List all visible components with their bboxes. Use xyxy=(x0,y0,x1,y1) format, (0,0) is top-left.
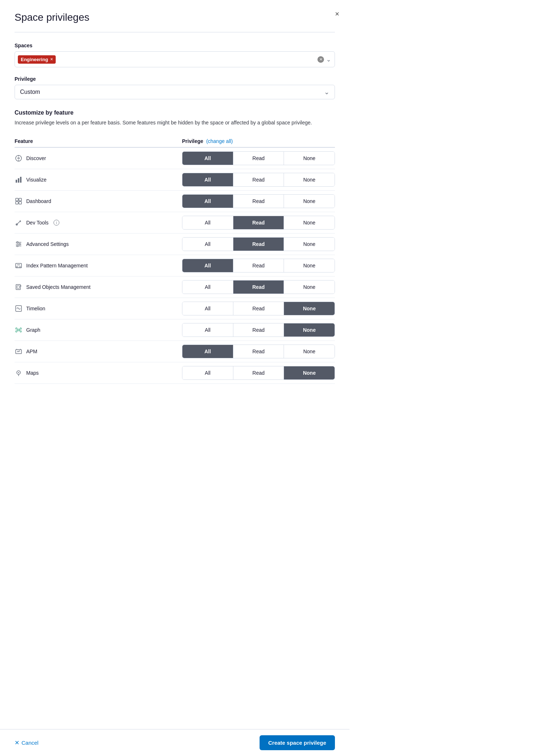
privilege-button-group: All Read None xyxy=(182,194,335,208)
change-all-link[interactable]: (change all) xyxy=(206,138,233,144)
privilege-select[interactable]: Custom ⌄ xyxy=(15,85,335,99)
privilege-button-group: All Read None xyxy=(182,323,335,337)
read-button[interactable]: Read xyxy=(233,216,284,229)
all-button[interactable]: All xyxy=(182,345,233,358)
graph-icon xyxy=(15,326,23,334)
feature-name: Timelion xyxy=(15,305,182,313)
none-button[interactable]: None xyxy=(284,302,335,315)
none-button[interactable]: None xyxy=(284,216,335,229)
feature-name: Maps xyxy=(15,369,182,377)
none-button[interactable]: None xyxy=(284,259,335,272)
svg-line-30 xyxy=(17,329,18,330)
svg-rect-7 xyxy=(16,198,18,201)
svg-rect-9 xyxy=(16,202,18,204)
read-button[interactable]: Read xyxy=(233,280,284,294)
none-button[interactable]: None xyxy=(284,152,335,165)
read-button[interactable]: Read xyxy=(233,259,284,272)
svg-point-38 xyxy=(18,372,19,373)
svg-line-31 xyxy=(20,329,20,330)
feature-label: Discover xyxy=(26,155,46,161)
privilege-button-group: All Read None xyxy=(182,302,335,315)
feature-name: Visualize xyxy=(15,176,182,184)
read-button[interactable]: Read xyxy=(233,323,284,337)
all-button[interactable]: All xyxy=(182,302,233,315)
feature-label: Index Pattern Management xyxy=(26,263,88,268)
feature-label: Advanced Settings xyxy=(26,241,69,247)
table-row: Graph All Read None xyxy=(15,319,335,341)
read-button[interactable]: Read xyxy=(233,238,284,251)
table-row: Dashboard All Read None xyxy=(15,191,335,212)
all-button[interactable]: All xyxy=(182,152,233,165)
apm-icon xyxy=(15,347,23,355)
table-row: Index Pattern Management All Read None xyxy=(15,255,335,276)
feature-name: Dashboard xyxy=(15,197,182,205)
none-button[interactable]: None xyxy=(284,280,335,294)
table-row: Discover All Read None xyxy=(15,148,335,169)
feature-name: Discover xyxy=(15,154,182,162)
read-button[interactable]: Read xyxy=(233,366,284,379)
svg-rect-10 xyxy=(19,202,21,204)
svg-point-26 xyxy=(16,328,17,329)
privilege-button-group: All Read None xyxy=(182,173,335,187)
clear-icon[interactable]: ✕ xyxy=(317,56,324,63)
table-header: Feature Privilege (change all) xyxy=(15,135,335,148)
chevron-down-icon[interactable]: ⌄ xyxy=(326,56,331,63)
privilege-button-group: All Read None xyxy=(182,345,335,358)
tools-icon xyxy=(15,219,23,227)
maps-icon xyxy=(15,369,23,377)
modal: Space privileges × Spaces Engineering × … xyxy=(0,0,349,413)
all-button[interactable]: All xyxy=(182,366,233,379)
features-list: Discover All Read None Visualize All Rea… xyxy=(15,148,335,384)
table-row: Maps All Read None xyxy=(15,362,335,384)
spaces-input[interactable]: Engineering × ✕ ⌄ xyxy=(15,51,335,67)
space-tag-label: Engineering xyxy=(21,57,48,62)
table-row: Visualize All Read None xyxy=(15,169,335,191)
space-tag-close-button[interactable]: × xyxy=(50,57,53,62)
table-row: Timelion All Read None xyxy=(15,298,335,319)
svg-point-20 xyxy=(19,266,21,268)
none-button[interactable]: None xyxy=(284,173,335,186)
modal-title: Space privileges xyxy=(15,12,335,23)
svg-rect-6 xyxy=(20,177,21,183)
all-button[interactable]: All xyxy=(182,173,233,186)
table-row: APM All Read None xyxy=(15,341,335,362)
close-button[interactable]: × xyxy=(333,9,341,19)
none-button[interactable]: None xyxy=(284,323,335,337)
svg-point-16 xyxy=(19,243,20,245)
none-button[interactable]: None xyxy=(284,195,335,208)
all-button[interactable]: All xyxy=(182,323,233,337)
feature-label: Dashboard xyxy=(26,198,51,204)
all-button[interactable]: All xyxy=(182,280,233,294)
none-button[interactable]: None xyxy=(284,366,335,379)
none-button[interactable]: None xyxy=(284,345,335,358)
privilege-button-group: All Read None xyxy=(182,216,335,230)
svg-point-25 xyxy=(18,329,20,331)
read-button[interactable]: Read xyxy=(233,195,284,208)
all-button[interactable]: All xyxy=(182,195,233,208)
timelion-icon xyxy=(15,305,23,313)
privilege-button-group: All Read None xyxy=(182,280,335,294)
all-button[interactable]: All xyxy=(182,238,233,251)
none-button[interactable]: None xyxy=(284,238,335,251)
svg-rect-5 xyxy=(18,178,19,183)
svg-rect-4 xyxy=(16,180,17,183)
all-button[interactable]: All xyxy=(182,216,233,229)
table-row: Advanced Settings All Read None xyxy=(15,234,335,255)
col-privilege-header: Privilege (change all) xyxy=(182,138,335,144)
feature-label: Saved Objects Management xyxy=(26,284,91,290)
svg-rect-22 xyxy=(16,285,20,290)
all-button[interactable]: All xyxy=(182,259,233,272)
svg-point-19 xyxy=(16,266,18,268)
privilege-button-group: All Read None xyxy=(182,259,335,272)
read-button[interactable]: Read xyxy=(233,302,284,315)
feature-name: Index Pattern Management xyxy=(15,262,182,270)
read-button[interactable]: Read xyxy=(233,345,284,358)
read-button[interactable]: Read xyxy=(233,173,284,186)
feature-label: APM xyxy=(26,349,37,354)
read-button[interactable]: Read xyxy=(233,152,284,165)
table-row: Dev Tools i All Read None xyxy=(15,212,335,234)
info-icon[interactable]: i xyxy=(54,220,59,226)
saved-icon xyxy=(15,283,23,291)
privilege-label: Privilege xyxy=(15,76,335,82)
svg-line-32 xyxy=(17,331,18,331)
